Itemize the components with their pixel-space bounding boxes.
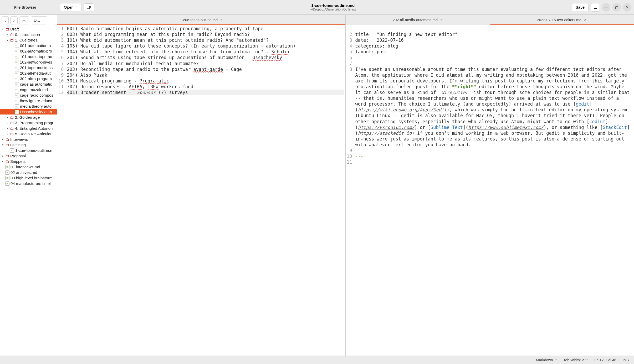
code-line[interactable]: categories: blog	[355, 43, 632, 49]
expander-icon[interactable]: ▸	[1, 138, 4, 141]
open-button[interactable]: Open﹀	[60, 3, 82, 11]
folder-item[interactable]: ▸🗀Interviews	[0, 137, 57, 142]
file-item[interactable]: M↓01 interviews.md	[0, 164, 57, 170]
code-line[interactable]: layout: post	[355, 49, 632, 55]
file-item[interactable]: M↓101-audio-tape-au	[0, 54, 57, 59]
code-line[interactable]: ---	[355, 26, 632, 32]
new-tab-button[interactable]	[84, 3, 94, 11]
code-line[interactable]	[355, 61, 632, 66]
nav-forward-button[interactable]: ›	[10, 16, 17, 24]
code-line[interactable]	[355, 159, 632, 165]
hamburger-menu-button[interactable]: ☰	[591, 3, 600, 12]
code-line[interactable]: 302) Union responses - AFTRA, IBEW worke…	[67, 84, 344, 90]
sidebar-nav: ‹ › ︿ D... ﹀	[0, 15, 57, 26]
file-item[interactable]: M↓302-aftra-program	[0, 76, 57, 81]
file-item[interactable]: M↓1-cue-tones-outline.n	[0, 148, 57, 153]
code-editor[interactable]: 123456789101112001) Radio automation beg…	[57, 25, 345, 356]
nav-back-button[interactable]: ‹	[2, 16, 9, 24]
code-line[interactable]: 001) Radio automation begins as automati…	[67, 26, 344, 32]
tree-item-label: 2. Golden age	[15, 115, 40, 119]
code-editor[interactable]: 1234567891011---title: "On finding a new…	[346, 25, 634, 356]
expander-icon[interactable]: ▸	[6, 116, 9, 119]
file-item[interactable]: M↓media theory auto	[0, 103, 57, 109]
code-line[interactable]: 104) What at the time entered into the c…	[67, 49, 344, 55]
file-item[interactable]: M↓02 archives.md	[0, 170, 57, 175]
tab-width-selector[interactable]: Tab Width: 2﹀	[564, 358, 588, 362]
code-line[interactable]: 204) Also Muzak	[67, 72, 344, 78]
file-item[interactable]: M↓Ussachevsky auto	[0, 109, 57, 115]
expander-icon[interactable]: ▸	[6, 127, 9, 130]
folder-item[interactable]: ▸🗀Proposal	[0, 153, 57, 159]
code-content[interactable]: 001) Radio automation begins as automati…	[65, 25, 345, 356]
tree-item-label: cage radio compos	[20, 93, 53, 97]
tab-label: 2022-07-16-text-editors.md	[537, 18, 581, 22]
expander-icon[interactable]: ▾	[1, 28, 4, 30]
close-icon[interactable]: ×	[584, 18, 586, 22]
file-item[interactable]: M↓ibew igm re-educa	[0, 98, 57, 103]
nav-up-button[interactable]: ︿	[19, 16, 29, 24]
file-item[interactable]: M↓03 high-level brainstorm	[0, 175, 57, 181]
code-line[interactable]: 103) How did tape figure into these conc…	[67, 43, 344, 49]
editor-tab[interactable]: 2022-07-16-text-editors.md×	[490, 15, 634, 25]
expander-icon[interactable]: ▸	[1, 154, 4, 157]
code-line[interactable]: 003) What did programming mean at this p…	[67, 32, 344, 37]
code-content[interactable]: ---title: "On finding a new text editor"…	[354, 25, 634, 356]
code-line[interactable]: date: 2022-07-16	[355, 37, 632, 43]
expander-icon[interactable]: ▸	[6, 33, 9, 36]
file-icon: M↓	[5, 165, 9, 169]
code-line[interactable]: title: "On finding a new text editor"	[355, 32, 632, 37]
code-line[interactable]: 203) Reconciling tape and radio to the p…	[67, 66, 344, 72]
file-item[interactable]: M↓001-automation-a	[0, 43, 57, 48]
file-item[interactable]: M↓002-automatic-pro	[0, 48, 57, 54]
folder-item[interactable]: ▸🗀2. Golden age	[0, 115, 57, 120]
file-item[interactable]: M↓cage muzak.md	[0, 87, 57, 92]
expander-icon[interactable]: ▾	[1, 143, 4, 146]
save-button[interactable]: Save	[572, 3, 589, 11]
code-line[interactable]: 401) Broader sentiment - _Sponsor_(?) su…	[67, 90, 344, 95]
folder-item[interactable]: ▸🗀4. Entangled Autonon	[0, 126, 57, 131]
file-item[interactable]: M↓cage as automatic	[0, 81, 57, 87]
file-item[interactable]: M↓cage radio compos	[0, 92, 57, 98]
folder-item[interactable]: ▸🗀Snippets	[0, 159, 57, 164]
close-icon[interactable]: ×	[440, 18, 443, 22]
file-icon: M↓	[15, 71, 19, 75]
syntax-selector[interactable]: Markdown﹀	[536, 358, 557, 362]
minimize-button[interactable]: —	[602, 3, 610, 12]
folder-icon: 🗀	[5, 143, 9, 147]
insert-mode[interactable]: INS	[623, 358, 629, 362]
file-icon: M↓	[15, 88, 19, 92]
file-item[interactable]: M↓201-tape-music-as	[0, 65, 57, 70]
code-line[interactable]: I've spent an unreasonable amount of tim…	[355, 66, 632, 148]
tree-item-label: 1-cue-tones-outline.n	[15, 148, 52, 153]
nav-path-dropdown[interactable]: D... ﹀	[31, 16, 47, 24]
editor-tab[interactable]: 1-cue-tones-outline.md×	[57, 15, 345, 25]
folder-item[interactable]: ▾🗀Draft	[0, 26, 57, 32]
expander-icon[interactable]: ▾	[6, 39, 9, 41]
close-icon[interactable]: ×	[220, 18, 223, 22]
folder-item[interactable]: ▸🗀5. Radio Re-Articulat	[0, 131, 57, 137]
chevron-down-icon[interactable]: ﹀	[39, 6, 42, 9]
folder-item[interactable]: ▾🗀1. Cue tones	[0, 37, 57, 43]
file-tree[interactable]: ▾🗀Draft▸🗀0. Introduction▾🗀1. Cue tonesM↓…	[0, 26, 57, 356]
editor-tab[interactable]: 202-all-media-automate.md×	[346, 15, 490, 25]
file-icon: M↓	[10, 148, 14, 153]
code-line[interactable]: 301) Musical programming - Programatic	[67, 78, 344, 84]
file-item[interactable]: M↓102-network-dives	[0, 59, 57, 65]
code-line[interactable]: 201) Sound artists using tape stirred up…	[67, 55, 344, 60]
code-line[interactable]	[355, 148, 632, 153]
expander-icon[interactable]: ▸	[1, 160, 4, 163]
folder-item[interactable]: ▾🗀Outlining	[0, 142, 57, 148]
code-line[interactable]: ---	[355, 55, 632, 60]
code-line[interactable]: 202) Do all media (or mechanical media) …	[67, 61, 344, 66]
code-line[interactable]: ---	[355, 153, 632, 159]
file-item[interactable]: M↓04 manufacturers timeli	[0, 181, 57, 186]
expander-icon[interactable]: ▸	[6, 121, 9, 124]
folder-item[interactable]: ▸🗀0. Introduction	[0, 32, 57, 37]
expander-icon[interactable]: ▸	[6, 132, 9, 135]
close-button[interactable]: ✕	[623, 3, 631, 12]
maximize-button[interactable]: ▢	[612, 3, 621, 12]
folder-item[interactable]: ▸🗀3. Programming progr	[0, 120, 57, 126]
code-line[interactable]: 101) What did automation mean at this po…	[67, 37, 344, 43]
file-icon: M↓	[15, 60, 19, 64]
file-item[interactable]: M↓202-all-media-aut	[0, 70, 57, 76]
